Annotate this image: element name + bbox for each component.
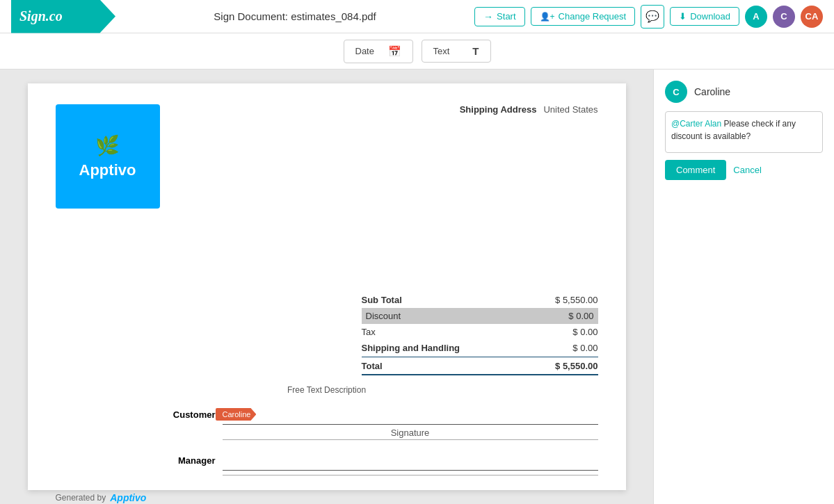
person-plus-icon: 👤+ xyxy=(540,12,555,22)
logo-text: Sign.co xyxy=(19,8,63,24)
tax-value: $ 0.00 xyxy=(572,327,598,337)
apptivo-brand-link[interactable]: Apptivo xyxy=(110,492,146,503)
arrow-right-icon: → xyxy=(483,11,493,22)
generated-by-label: Generated by xyxy=(56,493,106,503)
subtotal-value: $ 5,550.00 xyxy=(555,295,598,305)
doc-title: Sign Document: estimates_084.pdf xyxy=(127,10,463,22)
change-request-button[interactable]: 👤+ Change Request xyxy=(531,7,636,26)
commenter-avatar: C xyxy=(665,81,687,103)
avatar-ca[interactable]: CA xyxy=(801,6,823,28)
download-button[interactable]: ⬇ Download xyxy=(670,7,739,26)
tax-row: Tax $ 0.00 xyxy=(56,324,598,340)
header-actions: → Start 👤+ Change Request 💬 ⬇ Download A… xyxy=(474,5,823,29)
company-name: Apptivo xyxy=(79,161,136,179)
comment-cancel-button[interactable]: Cancel xyxy=(733,165,761,175)
signature-text-label: Signature xyxy=(223,428,598,438)
chat-button[interactable]: 💬 xyxy=(641,5,664,29)
doc-header-row: 🌿 Apptivo Shipping Address United States xyxy=(56,104,598,209)
total-row: Total $ 5,550.00 xyxy=(56,358,598,374)
tax-label: Tax xyxy=(362,327,376,337)
discount-value: $ 0.00 xyxy=(568,311,593,321)
generated-by: Generated by Apptivo xyxy=(56,492,598,503)
manager-sig-line xyxy=(223,451,598,471)
sig-bottom-line xyxy=(223,439,598,440)
free-text-label: Free Text Description xyxy=(56,385,598,395)
shipping-handling-label: Shipping and Handling xyxy=(362,343,460,353)
mention-tag: @Carter Alan xyxy=(671,119,721,129)
toolbar: Date 📅 Text T xyxy=(0,33,834,70)
summary-section: Sub Total $ 5,550.00 Discount $ 0.00 Tax… xyxy=(56,292,598,375)
shipping-address-label: Shipping Address xyxy=(460,104,537,115)
main-area: 🌿 Apptivo Shipping Address United States… xyxy=(0,70,834,504)
date-tool-button[interactable]: Date 📅 xyxy=(344,40,413,63)
customer-sig-field: Caroline Signature xyxy=(223,405,598,440)
start-button[interactable]: → Start xyxy=(474,7,524,26)
shipping-handling-value: $ 0.00 xyxy=(572,343,598,353)
shipping-info: Shipping Address United States xyxy=(460,104,598,115)
comment-header: C Caroline xyxy=(665,81,823,103)
text-icon: T xyxy=(472,45,479,57)
manager-label: Manager xyxy=(56,451,223,466)
chat-icon: 💬 xyxy=(645,10,659,23)
document: 🌿 Apptivo Shipping Address United States… xyxy=(28,83,626,490)
manager-sig-underline xyxy=(223,475,598,475)
date-tool-label: Date xyxy=(355,46,374,56)
discount-label: Discount xyxy=(366,311,401,321)
avatar-c[interactable]: C xyxy=(773,6,795,28)
manager-sig-section: Manager xyxy=(56,451,598,475)
shipping-handling-row: Shipping and Handling $ 0.00 xyxy=(56,340,598,356)
commenter-name: Caroline xyxy=(694,86,730,97)
total-value: $ 5,550.00 xyxy=(555,361,598,371)
logo-leaf-icon: 🌿 xyxy=(95,134,120,157)
company-logo: 🌿 Apptivo xyxy=(56,104,160,209)
comment-submit-button[interactable]: Comment xyxy=(665,160,726,180)
subtotal-label: Sub Total xyxy=(362,295,402,305)
comment-actions: Comment Cancel xyxy=(665,160,823,180)
subtotal-row: Sub Total $ 5,550.00 xyxy=(56,292,598,308)
avatar-a[interactable]: A xyxy=(745,6,767,28)
download-icon: ⬇ xyxy=(679,11,687,22)
customer-sig-section: Customer Caroline Signature xyxy=(56,405,598,440)
customer-sig-line xyxy=(223,405,598,425)
text-tool-button[interactable]: Text T xyxy=(422,40,491,63)
discount-row: Discount $ 0.00 xyxy=(56,308,598,324)
total-label: Total xyxy=(362,361,383,371)
total-divider xyxy=(362,357,598,357)
calendar-icon: 📅 xyxy=(388,45,401,58)
text-tool-label: Text xyxy=(433,46,450,56)
customer-label: Customer xyxy=(56,405,223,420)
shipping-address-value: United States xyxy=(543,104,598,115)
logo-area: Sign.co xyxy=(11,0,115,33)
caroline-signature-tag: Caroline xyxy=(216,408,257,421)
comment-text-box[interactable]: @Carter Alan Please check if any discoun… xyxy=(665,111,823,153)
manager-sig-field xyxy=(223,451,598,475)
comment-panel: C Caroline @Carter Alan Please check if … xyxy=(653,70,834,504)
total-divider-double xyxy=(362,374,598,375)
header: Sign.co Sign Document: estimates_084.pdf… xyxy=(0,0,834,33)
doc-area: 🌿 Apptivo Shipping Address United States… xyxy=(0,70,653,504)
